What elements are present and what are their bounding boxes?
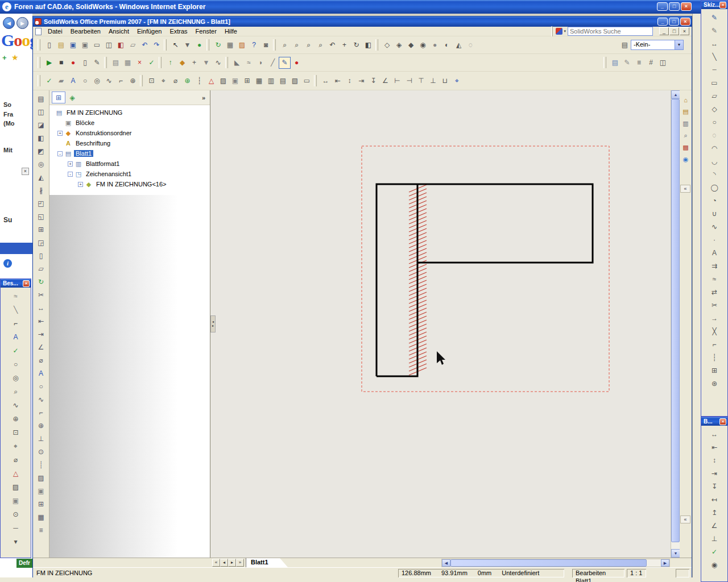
circular-pattern-icon[interactable]: ⊛	[708, 377, 721, 390]
redraw-icon[interactable]: ●	[193, 39, 205, 51]
area-hatch-icon[interactable]: ▨	[10, 480, 22, 494]
smart-dimension-icon[interactable]: ↔	[708, 37, 721, 50]
bom-table-icon[interactable]: ▦	[253, 75, 265, 87]
mail-icon[interactable]: ▱	[127, 39, 139, 51]
toolbar-grip[interactable]	[551, 26, 553, 36]
collapse-icon[interactable]: -	[57, 151, 63, 156]
scroll-left-button[interactable]: ◀	[442, 559, 450, 567]
hidden-lines-visible-icon[interactable]: ◈	[393, 39, 405, 51]
revision-symbol-icon[interactable]: △	[10, 467, 22, 480]
ie-maximize-button[interactable]: □	[669, 2, 680, 11]
table-icon[interactable]: ⊞	[35, 497, 47, 510]
macro-record-icon[interactable]: ●	[67, 57, 79, 69]
featuremanager-tab[interactable]: ⊞	[52, 92, 65, 103]
auxiliary-view-icon[interactable]: ◪	[35, 118, 47, 131]
tangent-arc-icon[interactable]: ◡	[708, 155, 721, 168]
centerline-icon[interactable]: ┄	[708, 63, 721, 76]
group-icon[interactable]: ⊔	[439, 75, 451, 87]
scroll-up-button[interactable]: ▲	[671, 90, 680, 99]
sw-close-button[interactable]: ×	[680, 18, 690, 26]
edit-sheet-format-icon[interactable]: ✎	[621, 57, 633, 69]
note-icon[interactable]: A	[67, 75, 79, 87]
baseline-dimension-icon[interactable]: ⇥	[355, 75, 367, 87]
help-icon[interactable]: ?	[248, 39, 260, 51]
beschriftung-palette-titlebar[interactable]: Bes... ×	[1, 279, 31, 288]
geometric-tolerance-icon[interactable]: ⊕	[127, 75, 139, 87]
datum-feature-icon[interactable]: ⊡	[10, 426, 22, 439]
weld-caterpillar-icon[interactable]: ≈	[243, 57, 255, 69]
magnifier-icon[interactable]: ⌕	[10, 385, 22, 398]
vertical-dimension-icon[interactable]: ↕	[708, 454, 721, 467]
hidden-lines-removed-icon[interactable]: ◆	[405, 39, 417, 51]
weld-caterpillar-icon[interactable]: ≈	[10, 289, 22, 303]
view-palette-icon[interactable]: ▩	[680, 142, 692, 153]
options-icon[interactable]: ▦	[224, 39, 236, 51]
fm-overflow-button[interactable]: »	[200, 94, 208, 101]
area-hatch-icon[interactable]: ▨	[217, 75, 229, 87]
weld-symbol-icon[interactable]: ⌐	[115, 75, 127, 87]
design-table-icon[interactable]: ▦	[122, 57, 134, 69]
layer-combo-arrow[interactable]: ▼	[675, 40, 684, 50]
offset-entities-icon[interactable]: ≈	[708, 272, 721, 285]
perimeter-circle-icon[interactable]: ◌	[708, 128, 721, 142]
smart-fastener-icon[interactable]: +	[188, 57, 200, 69]
horizontal-scroll-thumb[interactable]	[450, 559, 647, 567]
spell-check-icon[interactable]: ✓	[10, 344, 22, 357]
break-view-icon[interactable]: ∦	[35, 184, 47, 197]
screen-capture-icon[interactable]: ◙	[260, 39, 272, 51]
chevron-down-icon[interactable]: ▾	[564, 29, 566, 34]
note-icon[interactable]: A	[35, 367, 47, 380]
ordinate-dimension-icon[interactable]: ↧	[708, 480, 721, 493]
grid-snap-icon[interactable]: #	[645, 57, 657, 69]
parallelogram-icon[interactable]: ▱	[708, 89, 721, 102]
units-icon[interactable]: ◫	[657, 57, 669, 69]
menu-item[interactable]: Einfügen	[133, 27, 166, 35]
vertical-scrollbar[interactable]: ▲ ▼	[671, 90, 680, 558]
tree-item-zeichenansicht1[interactable]: - ◳ Zeichenansicht1	[49, 169, 210, 179]
baseline-dimension-icon[interactable]: ⇥	[708, 467, 721, 480]
save-icon[interactable]: ▣	[67, 39, 79, 51]
routing-icon[interactable]: ∿	[212, 57, 224, 69]
record-indicator-icon[interactable]: ●	[291, 57, 303, 69]
center-mark-icon[interactable]: ⊙	[10, 508, 22, 521]
dropdown-icon[interactable]: ▾	[10, 535, 22, 548]
previous-view-icon[interactable]: ↶	[326, 39, 338, 51]
rebuild-icon[interactable]: ↻	[212, 39, 224, 51]
geometric-tolerance-icon[interactable]: ⊕	[10, 412, 22, 426]
split-entities-icon[interactable]: ╳	[708, 325, 721, 338]
add-favorite-icon[interactable]: +	[2, 53, 7, 62]
favorites-star-icon[interactable]: ★	[11, 53, 19, 62]
close-icon[interactable]: ×	[719, 2, 726, 9]
menu-item[interactable]: Fenster	[192, 27, 221, 35]
file-explorer-icon[interactable]: ▥	[680, 118, 692, 130]
revision-table-icon[interactable]: ▤	[277, 75, 289, 87]
selection-filter-icon[interactable]: ▼	[181, 39, 193, 51]
hole-table-icon[interactable]: ▥	[265, 75, 277, 87]
centerline-icon[interactable]: ┆	[193, 75, 205, 87]
color-swatch-icon[interactable]: ▨	[236, 39, 248, 51]
center-mark-icon[interactable]: ⊙	[35, 445, 47, 458]
format-painter-icon[interactable]: ▰	[55, 75, 67, 87]
zoom-fit-icon[interactable]: ⌕	[279, 39, 291, 51]
bemassungen-palette-titlebar[interactable]: B... ×	[701, 417, 727, 426]
tree-item-beschriftung[interactable]: A Beschriftung	[49, 138, 210, 148]
add-relation-icon[interactable]: ⊥	[708, 532, 721, 545]
predefined-view-icon[interactable]: ▯	[35, 249, 47, 262]
task-pane-collapse-button[interactable]: «	[680, 516, 690, 523]
design-library-icon[interactable]: ▤	[680, 106, 692, 118]
scroll-right-button[interactable]: ▶	[661, 559, 669, 567]
parabola-icon[interactable]: ∪	[708, 207, 721, 220]
attachment-icon[interactable]: ▤	[110, 57, 122, 69]
weld-finish-icon[interactable]: ╱	[267, 57, 279, 69]
last-sheet-button[interactable]: »	[236, 559, 244, 567]
next-sheet-button[interactable]: ▸	[228, 559, 236, 567]
save-as-icon[interactable]: ▣	[79, 39, 91, 51]
graphics-area[interactable]: ◂ ▸	[210, 90, 671, 558]
macro-run-icon[interactable]: ▶	[43, 57, 55, 69]
mdi-minimize-button[interactable]: _	[659, 27, 669, 35]
scroll-down-button[interactable]: ▼	[671, 549, 680, 558]
baseline-dimension-icon[interactable]: ⇤	[35, 314, 47, 327]
view-orientation-icon[interactable]: ◌	[465, 39, 477, 51]
display-relations-icon[interactable]: ✓	[708, 545, 721, 558]
fully-define-icon[interactable]: ◉	[708, 558, 721, 571]
